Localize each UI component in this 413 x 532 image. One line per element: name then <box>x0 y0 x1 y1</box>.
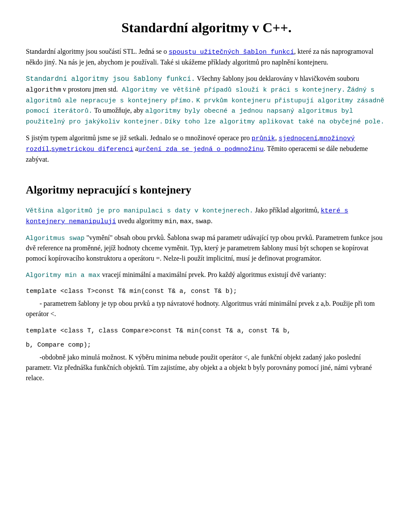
s1-max: max <box>180 218 191 225</box>
intro-p2-diky: Díky toho lze algoritmy aplikovat také n… <box>165 118 384 126</box>
intro-p1-text: Standardní algoritmy jsou součástí STL. … <box>26 48 169 55</box>
code-block-2: template <class T, class Compare>const T… <box>26 326 387 350</box>
s1-min: min <box>165 218 176 225</box>
code2-line1: template <class T, class Compare>const T… <box>26 326 387 335</box>
code1-description: - parametrem šablony je typ obou prvků a… <box>26 298 387 319</box>
section1-p2: Algoritmus swap "vymění" obsah obou prvk… <box>26 233 387 264</box>
link-sjednoceni[interactable]: sjednocení <box>278 135 317 142</box>
intro-p2-teal: Standardní algoritmy jsou šablony funkcí… <box>26 75 195 83</box>
intro-algorithm-code: algorithm <box>26 86 61 94</box>
intro-p4: S jistým typem algoritmů jsme se již set… <box>26 133 387 165</box>
code2-description: -obdobně jako minulá možnost. K výběru m… <box>26 352 387 383</box>
code-block-1: template <class T>const T& min(const T& … <box>26 286 387 296</box>
link-podmnozina[interactable]: určení zda se jedná o podmnožinu <box>138 145 264 153</box>
section1-heading: Algoritmy nepracující s kontejnery <box>26 182 387 198</box>
s1-p1-teal: Většina algoritmů je pro manipulaci s da… <box>26 207 253 215</box>
section1-p1: Většina algoritmů je pro manipulaci s da… <box>26 205 387 227</box>
code2-line2: b, Compare comp); <box>26 340 387 350</box>
code1-line: template <class T>const T& min(const T& … <box>26 286 387 296</box>
intro-p1: Standardní algoritmy jsou součástí STL. … <box>26 46 387 68</box>
intro-p2-algoritmy: Algoritmy ve většině případů slouží k pr… <box>118 86 345 94</box>
page-title: Standardní algoritmy v C++. <box>26 17 387 38</box>
link-prunik[interactable]: průnik <box>252 135 275 142</box>
intro-p2: Standardní algoritmy jsou šablony funkcí… <box>26 74 387 127</box>
s1-swap: swap <box>195 218 211 225</box>
link-diference[interactable]: symetrickou diferenci <box>51 145 133 153</box>
section1-p3: Algoritmy min a max vracejí minimální a … <box>26 270 387 280</box>
s1-swap-label: Algoritmus swap <box>26 234 85 242</box>
intro-link-sablony[interactable]: spoustu užitečných šablon funkcí <box>169 48 294 56</box>
s1-minmax-label: Algoritmy min a max <box>26 271 100 279</box>
